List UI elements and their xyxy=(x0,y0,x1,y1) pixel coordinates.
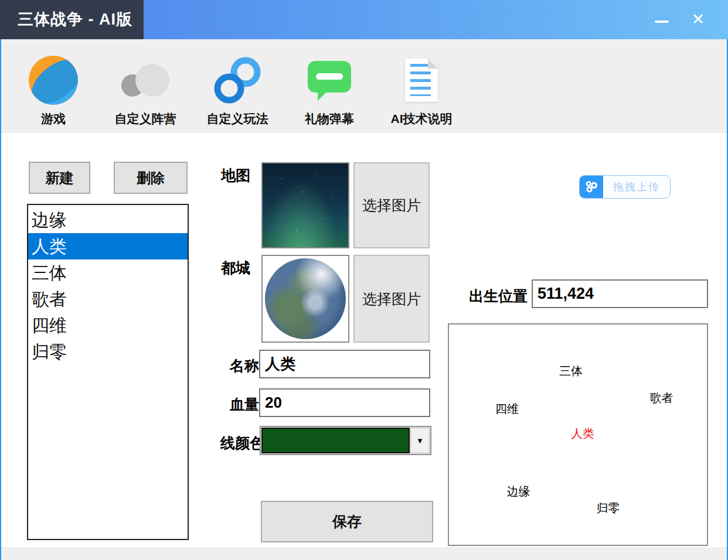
speech-bubble-icon xyxy=(308,61,351,93)
choose-capital-image-button[interactable]: 选择图片 xyxy=(353,255,430,343)
toolbar-item-ai-docs[interactable]: AI技术说明 xyxy=(386,39,457,133)
minimize-icon xyxy=(655,21,669,23)
faction-listbox[interactable]: 边缘 人类 三体 歌者 四维 归零 xyxy=(27,204,189,540)
list-item-selected[interactable]: 人类 xyxy=(28,233,188,259)
name-label: 名称 xyxy=(230,356,259,375)
window-bottom-strip xyxy=(1,547,727,560)
list-item[interactable]: 边缘 xyxy=(28,207,188,233)
choose-map-image-button[interactable]: 选择图片 xyxy=(353,162,430,248)
toolbar-item-game[interactable]: 游戏 xyxy=(18,39,89,133)
toolbar-item-gift-danmaku[interactable]: 礼物弹幕 xyxy=(294,39,365,133)
list-item[interactable]: 歌者 xyxy=(28,286,188,312)
minimap-faction-label: 边缘 xyxy=(507,484,530,500)
line-color-dropdown[interactable]: ▼ xyxy=(260,426,431,455)
planet-image xyxy=(265,258,346,339)
toolbar-item-custom-faction[interactable]: 自定义阵营 xyxy=(110,39,181,133)
window-title: 三体战争 - AI版 xyxy=(0,0,144,39)
faction-minimap[interactable]: 三体 歌者 四维 人类 边缘 归零 xyxy=(448,323,708,546)
dropdown-arrow-button[interactable]: ▼ xyxy=(410,428,430,453)
delete-button[interactable]: 删除 xyxy=(114,162,188,194)
capital-thumbnail xyxy=(261,255,349,343)
minimize-button[interactable] xyxy=(653,15,671,25)
minimap-faction-label: 归零 xyxy=(596,500,620,515)
drag-upload-label: 拖拽上传 xyxy=(603,176,670,198)
drag-upload-badge[interactable]: 拖拽上传 xyxy=(580,176,670,198)
spawn-position-label: 出生位置 xyxy=(469,286,528,306)
minimap-faction-label: 四维 xyxy=(495,401,519,417)
close-button[interactable]: ✕ xyxy=(689,12,707,28)
toolbar-item-custom-gameplay[interactable]: 自定义玩法 xyxy=(202,39,273,133)
app-window: 三体战争 - AI版 ✕ 游戏 自定义阵营 自定义玩法 xyxy=(0,0,728,560)
color-swatch xyxy=(261,428,410,453)
clouds-icon xyxy=(120,63,171,98)
minimap-faction-label: 人类 xyxy=(571,426,594,442)
minimap-faction-label: 三体 xyxy=(559,363,583,379)
spawn-position-input[interactable] xyxy=(532,279,708,308)
name-input[interactable] xyxy=(259,350,430,378)
chain-link-icon xyxy=(212,55,263,105)
list-item[interactable]: 归零 xyxy=(28,339,188,365)
capital-label: 都城 xyxy=(221,258,250,278)
game-sphere-icon xyxy=(29,56,78,105)
new-button[interactable]: 新建 xyxy=(29,162,90,194)
list-item[interactable]: 三体 xyxy=(28,259,188,286)
hp-input[interactable] xyxy=(259,388,430,417)
list-item[interactable]: 四维 xyxy=(28,312,188,339)
hp-label: 血量 xyxy=(230,395,259,414)
map-label: 地图 xyxy=(221,166,250,185)
save-button[interactable]: 保存 xyxy=(261,501,433,542)
map-thumbnail xyxy=(261,162,349,248)
minimap-faction-label: 歌者 xyxy=(650,390,673,405)
titlebar: 三体战争 - AI版 ✕ xyxy=(0,0,728,39)
netdisk-logo-icon xyxy=(580,176,603,198)
line-color-label: 线颜色 xyxy=(220,433,264,453)
toolbar: 游戏 自定义阵营 自定义玩法 礼物弹幕 AI技术说明 xyxy=(1,39,727,133)
chevron-down-icon: ▼ xyxy=(416,436,424,445)
document-icon xyxy=(405,59,438,102)
